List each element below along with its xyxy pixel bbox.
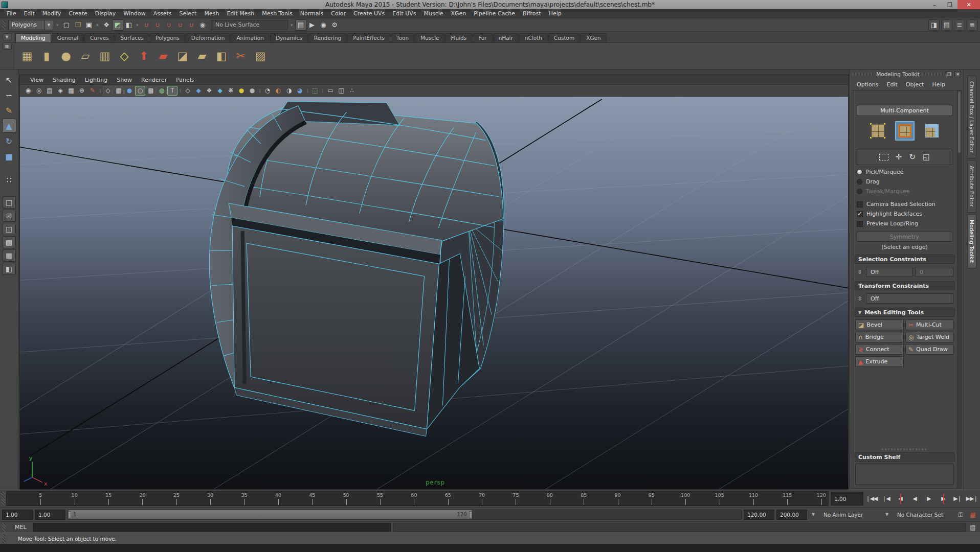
xray-icon[interactable]: ◔ — [262, 86, 273, 96]
range-handle-right[interactable] — [469, 511, 472, 518]
menu-item[interactable]: Mesh Tools — [258, 10, 296, 17]
lock-camera-icon[interactable]: ◎ — [34, 86, 44, 96]
constraint-expand-icon[interactable]: ⇳ — [856, 268, 864, 276]
toolkit-menu-item[interactable]: Options — [853, 81, 882, 88]
panel-menu-item[interactable]: View — [26, 76, 48, 84]
panel-menu-item[interactable]: Show — [113, 76, 136, 84]
symmetry-button[interactable]: Symmetry — [857, 232, 952, 242]
commandline-grip[interactable] — [2, 523, 6, 532]
selection-style-radio[interactable]: Drag — [855, 177, 954, 187]
selection-style-radio[interactable]: Pick/Marquee — [855, 167, 954, 177]
shelf-tab[interactable]: Dynamics — [270, 33, 308, 42]
shelf-tab-selector-icon[interactable]: ▼ — [3, 33, 12, 40]
snap-grid-icon[interactable]: ∪ — [141, 19, 152, 31]
range-slider-bar[interactable]: 1 120 — [68, 510, 472, 519]
viewport-3d-canvas[interactable]: y x persp — [20, 97, 848, 489]
selection-style-radio[interactable]: Tweak/Marquee — [855, 187, 954, 196]
panel-menu-item[interactable]: Renderer — [137, 76, 171, 84]
quad-draw-icon[interactable]: ◇ — [116, 48, 133, 65]
bevel-icon[interactable]: ◪ — [174, 48, 191, 65]
render-current-frame-icon[interactable]: ▶ — [306, 19, 318, 31]
snap-view-plane-icon[interactable]: ∪ — [186, 19, 197, 31]
custom-shelf-header[interactable]: Custom Shelf — [855, 452, 954, 462]
mel-input-field[interactable] — [33, 523, 391, 532]
toolkit-menu-item[interactable]: Edit — [883, 81, 901, 88]
menu-item[interactable]: Muscle — [420, 10, 447, 17]
shelf-tab[interactable]: Modeling — [15, 33, 51, 42]
last-tool-icon[interactable]: ∷ — [2, 173, 16, 187]
poly-pipe-icon[interactable]: ▥ — [96, 48, 114, 65]
menu-item[interactable]: Pipeline Cache — [470, 10, 519, 17]
minimize-button[interactable]: – — [927, 0, 942, 9]
poly-cylinder-icon[interactable]: ▮ — [38, 48, 55, 65]
close-panel-icon[interactable]: ✕ — [954, 71, 961, 77]
play-forwards-button[interactable]: ▶ — [923, 493, 935, 504]
shelf-tab[interactable]: Surfaces — [115, 33, 149, 42]
wireframe-icon[interactable]: ◇ — [103, 86, 113, 96]
float-panel-icon[interactable]: ❐ — [946, 71, 952, 77]
range-slider-track[interactable]: 1 120 — [68, 510, 742, 520]
flat-shade-icon[interactable]: ○ — [135, 86, 145, 96]
panel-menu-item[interactable]: Lighting — [81, 76, 112, 84]
toolkit-menu-item[interactable]: Help — [929, 81, 949, 88]
animation-preferences-icon[interactable]: ▦ — [968, 510, 978, 519]
separate-icon[interactable]: ◧ — [213, 48, 230, 65]
menu-item[interactable]: Create UVs — [350, 10, 388, 17]
toolkit-checkbox[interactable]: Highlight Backfaces — [855, 209, 954, 219]
edge-mode-icon[interactable] — [896, 122, 914, 140]
poly-face-icon[interactable]: ▰ — [154, 48, 172, 65]
range-handle-left[interactable] — [68, 511, 71, 518]
camera-name-label[interactable]: persp — [426, 479, 444, 486]
menu-item[interactable]: Display — [92, 10, 120, 17]
timeslider-grip[interactable] — [1, 492, 5, 505]
anim-layer-field[interactable]: No Anim Layer — [819, 510, 881, 520]
selection-mask-dropdown[interactable]: Polygons ▼ — [8, 20, 53, 30]
menu-item[interactable]: Edit — [20, 10, 38, 17]
step-back-frame-button[interactable]: ❘◀ — [880, 493, 892, 504]
toolkit-scrollbar[interactable] — [957, 90, 961, 488]
bookmark-icon[interactable]: ◈ — [55, 86, 65, 96]
image-plane-icon[interactable]: ▦ — [66, 86, 76, 96]
go-to-start-button[interactable]: ❘◀◀ — [865, 493, 878, 504]
shelf-tab[interactable]: nCloth — [519, 33, 548, 42]
xray-joints-icon[interactable]: ◐ — [273, 86, 283, 96]
panel-grip[interactable] — [852, 73, 874, 76]
statusline-grip[interactable] — [2, 20, 6, 30]
separator[interactable]: ❘ — [305, 86, 309, 96]
toolkit-move-icon[interactable]: ✛ — [896, 152, 902, 162]
all-lights-icon[interactable]: ◆ — [193, 86, 204, 96]
rotate-tool-icon[interactable]: ↻ — [2, 134, 16, 148]
menu-item[interactable]: XGen — [448, 10, 470, 17]
selection-constraints-header[interactable]: Selection Constraints — [855, 255, 954, 264]
shelf-tab[interactable]: Animation — [231, 33, 270, 42]
occlusion-icon[interactable]: ◆ — [215, 86, 225, 96]
layout-persp-outliner-icon[interactable]: ▤ — [3, 236, 16, 248]
new-scene-icon[interactable]: ▢ — [61, 19, 72, 31]
grease-pencil-icon[interactable]: ✎ — [87, 86, 98, 96]
character-set-field[interactable]: No Character Set — [893, 510, 953, 520]
textured-icon[interactable]: T — [167, 86, 177, 96]
shadows-icon[interactable]: ❖ — [204, 86, 214, 96]
menu-item[interactable]: Help — [545, 10, 565, 17]
isolate-select-icon[interactable]: ⬚ — [310, 86, 320, 96]
sidebar-vertical-tab[interactable]: Attribute Editor — [967, 160, 976, 213]
face-mode-icon[interactable] — [923, 122, 941, 140]
mesh-editing-tools-header[interactable]: ▼ Mesh Editing Tools — [855, 308, 954, 317]
menu-item[interactable]: Create — [65, 10, 91, 17]
poly-cube-icon[interactable]: ▦ — [18, 48, 36, 65]
current-time-field[interactable]: 1.00 — [831, 492, 863, 505]
transform-constraint-dropdown[interactable]: Off — [866, 293, 953, 304]
toolkit-scale-icon[interactable]: ◱ — [923, 152, 930, 162]
film-gate-icon[interactable]: ▭ — [325, 86, 336, 96]
transform-constraints-header[interactable]: Transform Constraints — [855, 281, 954, 290]
statusline-collapser[interactable]: ▸ — [290, 20, 294, 30]
statusline-collapser[interactable]: ▸ — [96, 20, 100, 30]
backface-icon[interactable]: ◑ — [284, 86, 294, 96]
toggle-channel-box-icon[interactable]: ▤ — [941, 19, 952, 31]
separator[interactable]: ❘ — [98, 86, 102, 96]
menu-item[interactable]: Normals — [297, 10, 327, 17]
shelf-tab[interactable]: Polygons — [150, 33, 185, 42]
menu-item[interactable]: Edit Mesh — [223, 10, 258, 17]
snapshot-share-icon[interactable]: ∴ — [347, 86, 357, 96]
step-forward-key-button[interactable]: ▶ — [937, 493, 949, 504]
